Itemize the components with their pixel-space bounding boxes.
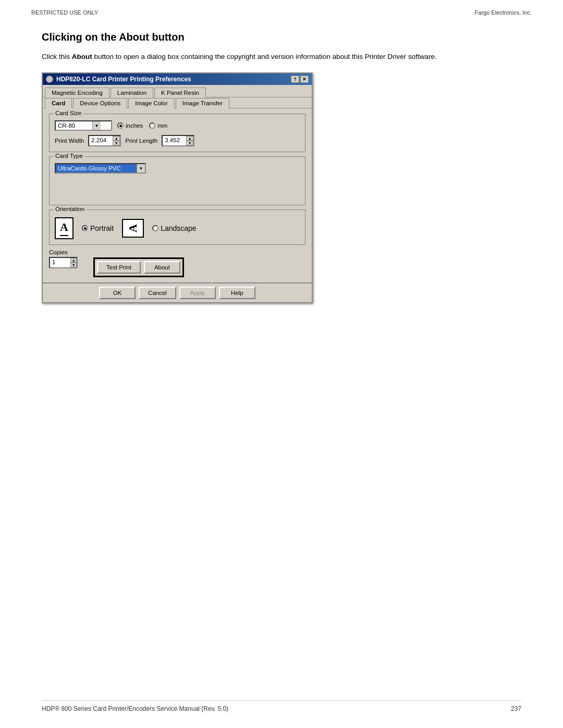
portrait-icon: A [55,217,74,239]
cancel-button[interactable]: Cancel [139,287,176,299]
print-width-value: 2.204 [89,136,113,145]
copies-down[interactable]: ▼ [70,263,77,267]
units-radio-group: inches mm [117,122,167,129]
copies-value: 1 [50,258,70,267]
copies-section: Copies 1 ▲ ▼ [49,249,78,268]
inches-radio[interactable] [117,122,124,129]
card-type-group: Card Type UltraCards-Glossy PVC ▼ [49,156,305,205]
card-size-dropdown[interactable]: CR-80 ▼ [55,120,112,131]
help-button[interactable]: ? [291,76,299,83]
print-width-spinner[interactable]: 2.204 ▲ ▼ [88,135,121,146]
inches-radio-item[interactable]: inches [117,122,143,129]
dialog-title: HDP820-LC Card Printer Printing Preferen… [56,76,191,83]
card-type-value: UltraCards-Glossy PVC [56,164,137,172]
footer-left: HDP® 800 Series Card Printer/Encoders Se… [42,705,228,712]
card-size-group: Card Size CR-80 ▼ inches mm [49,114,305,152]
copies-and-buttons-row: Copies 1 ▲ ▼ Test Print About [49,249,305,277]
card-size-arrow[interactable]: ▼ [92,121,101,130]
mm-radio-item[interactable]: mm [149,122,167,129]
print-width-up[interactable]: ▲ [113,136,120,141]
mm-label: mm [157,122,167,129]
copies-spin-buttons: ▲ ▼ [70,258,77,267]
ok-button[interactable]: OK [99,287,136,299]
titlebar-left: HDP820-LC Card Printer Printing Preferen… [46,76,191,83]
card-type-label: Card Type [54,153,84,159]
header-left: RESTRICTED USE ONLY [31,9,98,16]
print-dims-row: Print Width 2.204 ▲ ▼ Print Length 3.452… [55,135,300,146]
print-length-down[interactable]: ▼ [186,141,193,145]
titlebar-buttons: ? ✕ [291,76,309,83]
copies-label: Copies [49,249,78,255]
card-type-arrow[interactable]: ▼ [137,164,145,172]
close-button[interactable]: ✕ [300,76,309,83]
orientation-group: Orientation A Portrait A Landscape [49,209,305,245]
intro-paragraph: Click this About button to open a dialog… [42,52,521,62]
landscape-radio[interactable] [152,225,158,231]
portrait-radio[interactable] [82,225,88,231]
about-highlight-box: Test Print About [93,257,184,277]
print-width-spin-buttons: ▲ ▼ [113,136,120,145]
footer-right: 237 [511,705,521,712]
card-type-dropdown[interactable]: UltraCards-Glossy PVC ▼ [55,163,146,174]
section-title: Clicking on the About button [42,31,521,43]
tab-magnetic-encoding[interactable]: Magnetic Encoding [45,88,109,97]
action-buttons-area: Test Print About [93,257,184,277]
print-length-label: Print Length [125,138,157,144]
tab-image-color[interactable]: Image Color [128,98,175,108]
print-width-down[interactable]: ▼ [113,141,120,145]
print-width-label: Print Width [55,138,84,144]
card-size-label: Card Size [54,110,83,116]
tab-k-panel-resin[interactable]: K Panel Resin [154,88,206,97]
print-length-value: 3.452 [163,136,186,145]
mm-radio[interactable] [149,122,155,129]
dialog-body: Card Size CR-80 ▼ inches mm [43,108,312,282]
tab-card[interactable]: Card [45,98,72,108]
print-length-spin-buttons: ▲ ▼ [186,136,193,145]
tab-lamination[interactable]: Lamination [111,88,153,97]
dialog-titlebar: HDP820-LC Card Printer Printing Preferen… [43,73,312,85]
dialog-window: HDP820-LC Card Printer Printing Preferen… [42,72,313,303]
portrait-radio-item[interactable]: Portrait [82,224,114,232]
print-length-up[interactable]: ▲ [186,136,193,141]
orientation-label: Orientation [54,206,86,212]
dialog-footer: OK Cancel Apply Help [43,282,312,302]
page-footer: HDP® 800 Series Card Printer/Encoders Se… [42,700,521,712]
inches-label: inches [126,122,143,129]
landscape-label: Landscape [161,224,197,232]
tab-image-transfer[interactable]: Image Transfer [176,98,229,108]
header-right: Fargo Electronics, Inc. [475,9,532,16]
apply-button[interactable]: Apply [179,287,216,299]
landscape-icon: A [122,219,144,238]
test-print-button[interactable]: Test Print [97,261,141,274]
tab-device-options[interactable]: Device Options [73,98,127,108]
portrait-label: Portrait [90,224,114,232]
landscape-radio-item[interactable]: Landscape [152,224,197,232]
copies-up[interactable]: ▲ [70,258,77,263]
card-size-value: CR-80 [56,121,92,130]
print-length-spinner[interactable]: 3.452 ▲ ▼ [162,135,194,146]
copies-spinner[interactable]: 1 ▲ ▼ [49,257,78,268]
printer-icon [46,76,53,83]
about-button[interactable]: About [144,261,180,274]
help-footer-button[interactable]: Help [219,287,255,299]
